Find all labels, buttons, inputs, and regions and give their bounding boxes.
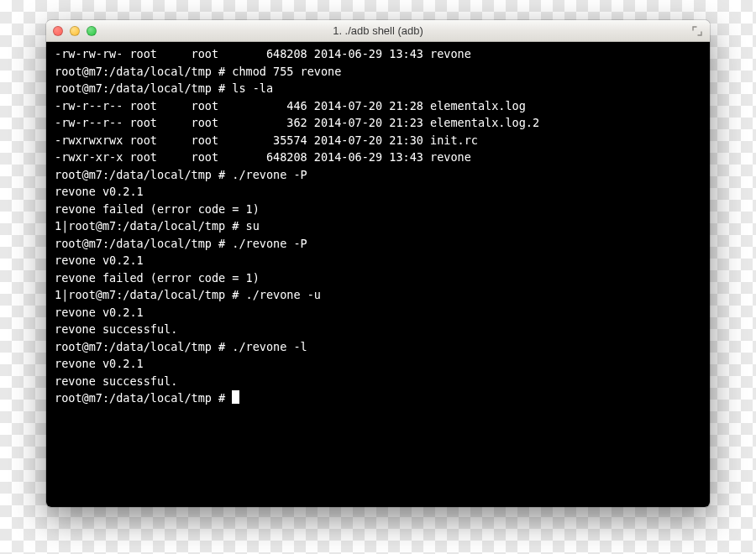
- cursor: [232, 390, 239, 404]
- expand-icon[interactable]: [691, 25, 703, 37]
- terminal-line: -rw-r--r-- root root 362 2014-07-20 21:2…: [55, 114, 701, 132]
- terminal-line: revone v0.2.1: [55, 252, 701, 269]
- terminal-line: -rw-rw-rw- root root 648208 2014-06-29 1…: [55, 45, 701, 63]
- terminal-line: revone failed (error code = 1): [55, 201, 701, 218]
- terminal-line: root@m7:/data/local/tmp # ls -la: [55, 80, 701, 97]
- traffic-lights: [53, 26, 97, 36]
- terminal-line: root@m7:/data/local/tmp # ./revone -P: [55, 166, 701, 184]
- terminal-body[interactable]: -rw-rw-rw- root root 648208 2014-06-29 1…: [46, 42, 710, 507]
- terminal-line: revone v0.2.1: [55, 304, 701, 321]
- minimize-icon[interactable]: [70, 26, 80, 36]
- terminal-line: -rwxrwxrwx root root 35574 2014-07-20 21…: [55, 132, 701, 149]
- close-icon[interactable]: [53, 26, 63, 36]
- terminal-window: 1. ./adb shell (adb) -rw-rw-rw- root roo…: [46, 20, 710, 507]
- terminal-line: revone v0.2.1: [55, 355, 701, 373]
- terminal-line: revone v0.2.1: [55, 183, 701, 201]
- terminal-line: -rwxr-xr-x root root 648208 2014-06-29 1…: [55, 149, 701, 166]
- terminal-line: root@m7:/data/local/tmp #: [55, 389, 701, 407]
- terminal-line: root@m7:/data/local/tmp # ./revone -P: [55, 235, 701, 253]
- terminal-line: 1|root@m7:/data/local/tmp # su: [55, 217, 701, 235]
- terminal-line: revone failed (error code = 1): [55, 269, 701, 287]
- window-title: 1. ./adb shell (adb): [46, 24, 710, 37]
- terminal-line: root@m7:/data/local/tmp # ./revone -l: [55, 338, 701, 356]
- zoom-icon[interactable]: [87, 26, 97, 36]
- terminal-line: revone successful.: [55, 373, 701, 390]
- titlebar: 1. ./adb shell (adb): [46, 20, 710, 42]
- terminal-line: 1|root@m7:/data/local/tmp # ./revone -u: [55, 286, 701, 304]
- terminal-line: root@m7:/data/local/tmp # chmod 755 revo…: [55, 63, 701, 81]
- terminal-line: -rw-r--r-- root root 446 2014-07-20 21:2…: [55, 97, 701, 115]
- terminal-line: revone successful.: [55, 321, 701, 338]
